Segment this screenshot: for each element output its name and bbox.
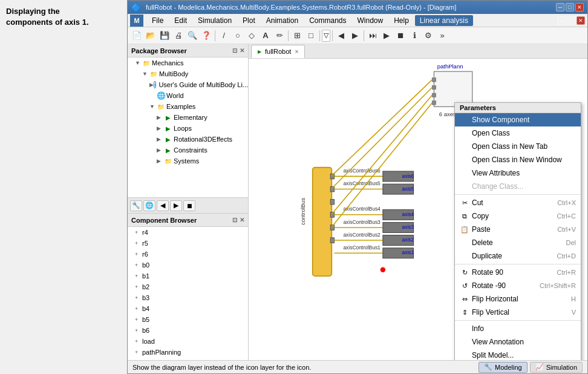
diamond-tool[interactable]: ◇ [245,29,258,42]
menu-commands[interactable]: Commands [304,15,351,26]
ctx-view-annotation[interactable]: View Annotation [455,335,581,349]
comp-b0[interactable]: +b0 [128,260,248,271]
svg-rect-0 [434,71,472,107]
browser-btn-1[interactable]: 🔧 [130,200,142,211]
back-button[interactable]: ◀ [335,29,348,42]
ctx-duplicate[interactable]: Duplicate Ctrl+D [455,249,581,263]
ctx-info[interactable]: Info [455,322,581,335]
ctx-view-attributes[interactable]: View Attributes [455,166,581,180]
sim1-button[interactable]: ⏭ [366,29,379,42]
diagram-canvas[interactable]: pathPlann 6 axes controlBus [249,59,587,360]
sim2-button[interactable]: ▶ [380,29,393,42]
tree-mechanics[interactable]: ▼ 📁 Mechanics [128,57,248,68]
tree-constraints[interactable]: ▶ ▶ Constraints [128,145,248,156]
browser-btn-2[interactable]: 🌐 [143,200,155,211]
svg-rect-3 [432,93,436,97]
menu-file[interactable]: File [147,15,168,26]
menu-window[interactable]: Window [352,15,388,26]
comp-r5-label: r5 [142,240,148,247]
comp-b6[interactable]: +b6 [128,325,248,336]
menu-animation[interactable]: Animation [261,15,303,26]
tab-fullrobot[interactable]: ▶ fullRobot × [251,45,305,58]
browser-back[interactable]: ◀ [157,200,169,211]
ctx-open-class-new-window[interactable]: Open Class in New Window [455,153,581,166]
ctx-open-class-label: Open Class [472,129,510,137]
settings-button[interactable]: ⚙ [422,29,435,42]
simulation-button[interactable]: 📈 Simulation [530,362,583,373]
print-button[interactable]: 🖨 [172,29,185,42]
pencil-tool[interactable]: ✏ [273,29,286,42]
rect-tool[interactable]: □ [304,29,318,42]
new-button[interactable]: 📄 [130,29,143,42]
tab-close-icon[interactable]: × [295,48,298,55]
menu-help[interactable]: Help [389,15,414,26]
ctx-flip-vertical[interactable]: ⇕ Flip Vertical V [455,306,581,319]
ctx-open-class-new-tab[interactable]: Open Class in New Tab [455,140,581,153]
ctx-paste-shortcut: Ctrl+V [557,226,576,233]
comp-r4[interactable]: +r4 [128,227,248,238]
sim3-button[interactable]: ⏹ [394,29,407,42]
close-button[interactable]: ✕ [575,3,584,11]
menu-simulation[interactable]: Simulation [193,15,237,26]
panel-float-icon[interactable]: ⊡ [232,47,237,54]
comp-b3[interactable]: +b3 [128,292,248,303]
ctx-open-class[interactable]: Open Class [455,126,581,140]
comp-axis1[interactable]: +axis1 [128,358,248,360]
comp-r6[interactable]: +r6 [128,249,248,260]
comp-pathplanning[interactable]: +pathPlanning [128,347,248,358]
grid-tool[interactable]: ⊞ [290,29,304,42]
comp-b4[interactable]: +b4 [128,303,248,314]
tree-multibody[interactable]: ▼ 📁 MultiBody [128,68,248,79]
browser-stop[interactable]: ⏹ [183,200,195,211]
component-float-icon[interactable]: ⊡ [232,217,237,223]
ellipse-tool[interactable]: ○ [231,29,244,42]
ctx-show-component[interactable]: Show Component [455,113,581,126]
comp-b2[interactable]: +b2 [128,281,248,292]
ctx-rotate-90[interactable]: ↺ Rotate -90 Ctrl+Shift+R [455,279,581,292]
tree-rotational3d[interactable]: ▶ ▶ Rotational3DEffects [128,134,248,145]
tree-usersguide[interactable]: ▶ i User's Guide of MultiBody Li... [128,79,248,90]
comp-load[interactable]: +load [128,336,248,347]
tree-systems[interactable]: ▶ 📁 Systems [128,156,248,166]
ctx-flip-v-label: Flip Vertical [472,308,509,317]
open-button[interactable]: 📂 [144,29,157,42]
comp-r5[interactable]: +r5 [128,238,248,249]
menu-plot[interactable]: Plot [238,15,260,26]
browser-forward[interactable]: ▶ [170,200,182,211]
minimize-button[interactable]: ─ [556,3,564,11]
ctx-copy[interactable]: ⧉ Copy Ctrl+C [455,209,581,223]
tree-loops[interactable]: ▶ ▶ Loops [128,123,248,134]
ctx-cut[interactable]: ✂ Cut Ctrl+X [455,196,581,209]
menu-minimize[interactable]: ─ [557,16,566,25]
extra-button[interactable]: » [436,29,449,42]
help-button[interactable]: ❓ [200,29,213,42]
ctx-delete[interactable]: Delete Del [455,236,581,249]
info-button[interactable]: ℹ [408,29,421,42]
ctx-rotate90[interactable]: ↻ Rotate 90 Ctrl+R [455,266,581,279]
line-tool[interactable]: / [217,29,230,42]
tree-world[interactable]: 🌐 World [128,90,248,101]
zoom-dropdown[interactable]: ▽ [322,30,330,42]
axiscontrolbus3-label: axisControlBus3 [343,219,381,225]
tree-elementary[interactable]: ▶ ▶ Elementary [128,112,248,123]
menu-linear-analysis[interactable]: Linear analysis [415,15,473,26]
menu-close[interactable]: ✕ [577,16,585,25]
menu-edit[interactable]: Edit [169,15,192,26]
maximize-button[interactable]: □ [566,3,574,11]
component-close-icon[interactable]: ✕ [240,217,244,223]
tree-examples[interactable]: ▼ 📁 Examples [128,101,248,112]
menu-maximize[interactable]: □ [567,16,575,25]
modeling-button[interactable]: 🔧 Modeling [479,362,528,373]
search-button[interactable]: 🔍 [186,29,199,42]
ctx-split-model[interactable]: Split Model... [455,349,581,360]
ctx-flip-horizontal[interactable]: ⇔ Flip Horizontal H [455,292,581,306]
panel-close-icon[interactable]: ✕ [240,47,244,54]
forward-button[interactable]: ▶ [348,29,362,42]
text-tool[interactable]: A [259,29,272,42]
ctx-open-class-left: Open Class [460,128,510,138]
save-button[interactable]: 💾 [158,29,171,42]
ctx-paste[interactable]: 📋 Paste Ctrl+V [455,223,581,236]
menu-bar: M File Edit Simulation Plot Animation Co… [128,14,587,27]
comp-b1[interactable]: +b1 [128,271,248,281]
comp-b5[interactable]: +b5 [128,314,248,325]
